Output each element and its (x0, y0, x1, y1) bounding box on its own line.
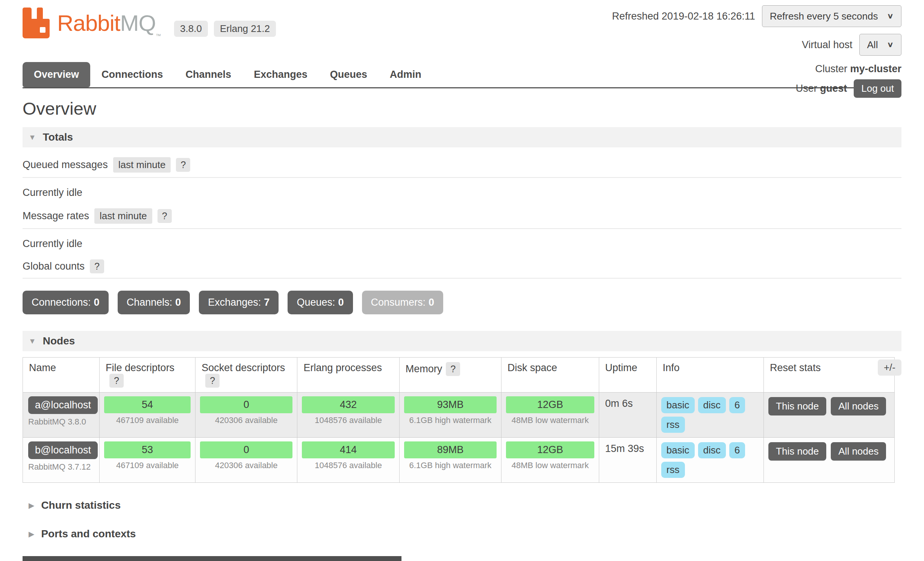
metric-bar: 12GB (506, 441, 594, 458)
col-memory: Memory? (399, 358, 501, 393)
help-icon[interactable]: ? (205, 374, 220, 388)
virtual-host-value: All (867, 39, 878, 51)
tab-queues[interactable]: Queues (319, 62, 379, 87)
brand-rabbit: Rabbit (57, 11, 120, 36)
node-version: RabbitMQ 3.7.12 (28, 462, 94, 472)
uptime-cell: 15m 39s (599, 438, 656, 483)
info-cell: basic disc 6 rss (656, 438, 763, 483)
brand-mq: MQ (120, 11, 156, 36)
nodes-section-header[interactable]: ▼ Nodes (23, 331, 901, 351)
node-name-pill: b@localhost (28, 441, 98, 459)
rates-status: Currently idle (23, 238, 901, 250)
queued-messages-label: Queued messages (23, 159, 108, 171)
expand-triangle-icon: ▶ (29, 529, 34, 538)
logout-button[interactable]: Log out (854, 79, 901, 98)
tab-admin[interactable]: Admin (379, 62, 433, 87)
erlang-processes-cell: 414 1048576 available (297, 438, 399, 483)
tab-exchanges[interactable]: Exchanges (242, 62, 319, 87)
section-churn-statistics[interactable]: ▶ Churn statistics (23, 499, 901, 511)
channels-count-button[interactable]: Channels:0 (118, 291, 190, 314)
top-right-controls: Refreshed 2019-02-18 16:26:11 Refresh ev… (612, 0, 901, 98)
rates-range-chip[interactable]: last minute (94, 208, 152, 224)
rabbitmq-version-badge: 3.8.0 (174, 21, 208, 37)
col-reset-stats: Reset stats (764, 358, 895, 393)
help-icon[interactable]: ? (446, 362, 460, 376)
help-icon[interactable]: ? (158, 209, 172, 223)
page-title: Overview (23, 98, 901, 119)
info-chip-rss: rss (661, 417, 685, 433)
help-icon[interactable]: ? (176, 158, 190, 172)
node-version: RabbitMQ 3.8.0 (28, 417, 94, 427)
refreshed-timestamp: Refreshed 2019-02-18 16:26:11 (612, 11, 755, 22)
top-bar: RabbitMQ™ 3.8.0 Erlang 21.2 Refreshed 20… (23, 0, 901, 87)
refresh-interval-value: Refresh every 5 seconds (770, 11, 878, 22)
disk-space-cell: 12GB 48MB low watermark (501, 393, 599, 438)
metric-bar: 93MB (404, 396, 497, 413)
connections-count-button[interactable]: Connections:0 (23, 291, 109, 314)
totals-section-header[interactable]: ▼ Totals (23, 127, 901, 147)
erlang-version-badge: Erlang 21.2 (214, 21, 276, 37)
nodes-table: Name File descriptors? Socket descriptor… (23, 357, 895, 483)
col-info: Info (656, 358, 763, 393)
col-disk-space: Disk space (501, 358, 599, 393)
info-chip-basic: basic (661, 442, 695, 458)
col-socket-descriptors: Socket descriptors? (195, 358, 297, 393)
info-chip-cores: 6 (729, 397, 745, 413)
nodes-section-label: Nodes (43, 335, 75, 347)
section-ports-and-contexts[interactable]: ▶ Ports and contexts (23, 528, 901, 540)
queues-count-button[interactable]: Queues:0 (288, 291, 353, 314)
tab-channels[interactable]: Channels (174, 62, 243, 87)
reset-this-node-button[interactable]: This node (768, 397, 826, 415)
help-icon[interactable]: ? (109, 374, 124, 388)
cluster-label: Cluster (815, 63, 847, 74)
main-nav: Overview Connections Channels Exchanges … (23, 62, 433, 87)
reset-this-node-button[interactable]: This node (768, 442, 826, 461)
info-chip-rss: rss (661, 462, 685, 478)
reset-stats-cell: This node All nodes (764, 393, 895, 438)
node-name-cell: b@localhost RabbitMQ 3.7.12 (23, 438, 100, 483)
user-name: guest (820, 83, 847, 94)
metric-bar: 89MB (404, 441, 497, 458)
info-chip-basic: basic (661, 397, 695, 413)
metric-bar: 0 (200, 396, 292, 413)
collapse-triangle-icon: ▼ (29, 133, 36, 142)
metric-bar: 0 (200, 441, 292, 458)
chevron-down-icon: ∨ (887, 12, 894, 20)
refresh-interval-select[interactable]: Refresh every 5 seconds ∨ (762, 5, 901, 27)
info-chip-disc: disc (698, 397, 726, 413)
reset-all-nodes-button[interactable]: All nodes (831, 442, 886, 461)
virtual-host-select[interactable]: All ∨ (859, 34, 901, 56)
metric-bar: 53 (104, 441, 191, 458)
disk-space-cell: 12GB 48MB low watermark (501, 438, 599, 483)
queued-status: Currently idle (23, 187, 901, 199)
queued-range-chip[interactable]: last minute (113, 157, 171, 173)
tab-overview[interactable]: Overview (23, 62, 90, 87)
col-uptime: Uptime (599, 358, 656, 393)
memory-cell: 93MB 6.1GB high watermark (399, 393, 501, 438)
help-icon[interactable]: ? (90, 259, 104, 273)
reset-stats-cell: This node All nodes (764, 438, 895, 483)
consumers-count-button: Consumers:0 (362, 291, 444, 314)
user-label: User guest (796, 83, 847, 94)
chevron-down-icon: ∨ (887, 41, 894, 49)
virtual-host-label: Virtual host (802, 39, 853, 51)
memory-cell: 89MB 6.1GB high watermark (399, 438, 501, 483)
exchanges-count-button[interactable]: Exchanges:7 (199, 291, 279, 314)
column-toggle-chip[interactable]: +/- (878, 359, 901, 376)
metric-bar: 432 (302, 396, 394, 413)
metric-bar: 54 (104, 396, 191, 413)
tab-connections[interactable]: Connections (90, 62, 174, 87)
totals-section-label: Totals (43, 131, 73, 143)
socket-descriptors-cell: 0 420306 available (195, 393, 297, 438)
collapse-triangle-icon: ▼ (29, 337, 36, 346)
node-name-cell: a@localhost RabbitMQ 3.8.0 (23, 393, 100, 438)
brand-wordmark: RabbitMQ™ (57, 12, 161, 38)
rabbit-logo-icon (23, 8, 50, 38)
expand-triangle-icon: ▶ (29, 501, 34, 510)
info-chip-cores: 6 (729, 442, 745, 458)
rabbitmq-management-page: RabbitMQ™ 3.8.0 Erlang 21.2 Refreshed 20… (0, 0, 924, 561)
table-header-row: Name File descriptors? Socket descriptor… (23, 358, 895, 393)
reset-all-nodes-button[interactable]: All nodes (831, 397, 886, 415)
node-row-a: a@localhost RabbitMQ 3.8.0 54 467109 ava… (23, 393, 895, 438)
col-file-descriptors: File descriptors? (100, 358, 195, 393)
